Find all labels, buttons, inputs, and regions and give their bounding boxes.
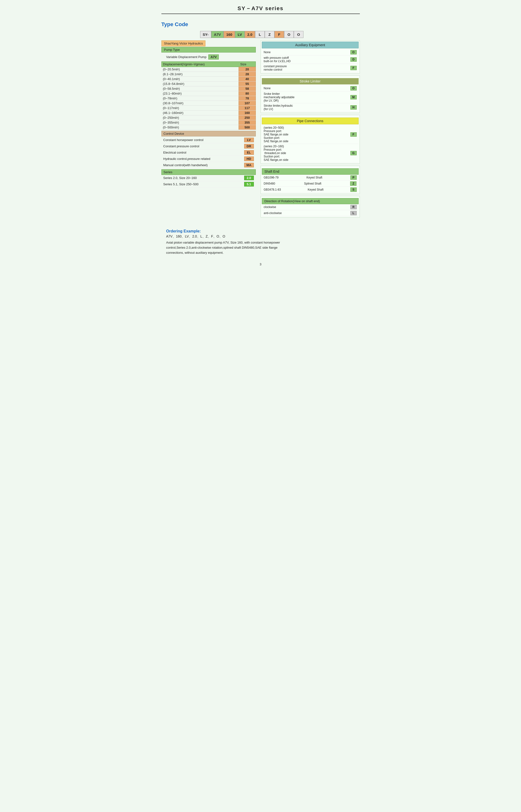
- series-badge-20: 2.0: [244, 176, 254, 180]
- table-row: (0~117ml/r) 117: [161, 106, 255, 111]
- control-label: Constant horsepower control: [163, 138, 204, 142]
- control-badge-hd: HD: [244, 157, 254, 161]
- table-row: (0~78ml/r) 78: [161, 96, 255, 101]
- code-cell-z: Z: [265, 31, 274, 38]
- shayang-box: ShaoYang Victor Hydraulics: [161, 40, 206, 46]
- shaft-col1: GB1096-79: [264, 176, 278, 179]
- table-row: (0~355ml/r) 355: [161, 120, 255, 125]
- pipe-header: Pipe Connections: [262, 118, 359, 124]
- auxiliary-section: Auxiliary Equipment None O with pressure…: [260, 40, 360, 73]
- main-layout: ShaoYang Victor Hydraulics Pump Type Var…: [161, 40, 360, 219]
- table-row: (23.1~80ml/r) 80: [161, 91, 255, 96]
- control-row: Electrical control EL: [161, 149, 256, 156]
- shaft-row: DIN5480 Splined Shaft Z: [262, 181, 359, 187]
- stroke-section: Stroke Limiter None O Sroke limitermecha…: [260, 75, 360, 113]
- shaft-col2: Keyed Shaft: [307, 176, 322, 179]
- shaft-badge-p: P: [350, 176, 357, 180]
- left-column: ShaoYang Victor Hydraulics Pump Type Var…: [161, 40, 256, 219]
- disp-size: 55: [239, 82, 255, 86]
- ordering-section: Ordering Example: A7V、160、LV、2.0、L、Z、F、O…: [161, 229, 360, 255]
- disp-col2-header: Size: [239, 62, 255, 67]
- shaft-col1: DIN5480: [264, 182, 275, 185]
- pump-type-row: Pump Type: [161, 47, 256, 52]
- series-row: Series 5.1, Size 250~500 5.1: [161, 181, 256, 187]
- disp-size: 250: [239, 115, 255, 120]
- aux-badge-d: D: [350, 57, 357, 62]
- series-badge-51: 5.1: [244, 182, 254, 186]
- disp-range: (0~40.1ml/r): [161, 77, 239, 82]
- code-cell-20: 2.0: [245, 31, 255, 38]
- displacement-header: Displacement(Vgmin~Vgmax) Size: [161, 62, 255, 67]
- control-row: Constant pressure control DR: [161, 143, 256, 149]
- pipe-section: Pipe Connections (series 20~500) Pressur…: [260, 115, 360, 164]
- disp-size: 160: [239, 111, 255, 115]
- disp-size: 28: [239, 72, 255, 77]
- stroke-label: Stroke limiter,hydraulic(for LV): [264, 104, 293, 111]
- variable-label: Variable Displacement Pump: [166, 55, 207, 59]
- stroke-row: Stroke limiter,hydraulic(for LV) H: [262, 103, 359, 112]
- aux-row: with pressure cutoffbuilt-on for LV,EL,H…: [262, 55, 359, 64]
- control-label: Manual control(with handwheel): [163, 163, 208, 167]
- shaft-col2: Splined Shaft: [304, 182, 321, 185]
- stroke-label: None: [264, 87, 271, 90]
- dir-label: clockwise: [264, 205, 276, 209]
- shaft-col1: GB3478.1-83: [264, 188, 281, 191]
- pipe-label: (series 20~500) Pressure port: SAE flang…: [264, 126, 289, 143]
- shaft-header: Shaft End: [262, 168, 359, 175]
- pipe-label: (series 20~160) Pressure port: threaded,…: [264, 145, 289, 162]
- stroke-badge-h: H: [350, 105, 357, 110]
- control-badge-dr: DR: [244, 144, 254, 148]
- stroke-badge-o: O: [350, 86, 357, 90]
- series-header: Series: [161, 169, 256, 175]
- control-device-header: Control Device: [161, 131, 256, 136]
- aux-header: Auxiliary Equipment: [262, 42, 359, 48]
- control-row: Manual control(with handwheel) MA: [161, 162, 256, 168]
- a7v-badge: A7V: [208, 54, 219, 60]
- disp-col1-header: Displacement(Vgmin~Vgmax): [161, 62, 239, 67]
- disp-range: (0~78ml/r): [161, 96, 239, 101]
- type-code-heading: Type Code: [161, 21, 360, 28]
- disp-size: 40: [239, 77, 255, 82]
- dir-badge-l: L: [350, 211, 357, 215]
- shaft-row: GB1096-79 Keyed Shaft P: [262, 175, 359, 181]
- code-cell-lv: LV: [235, 31, 245, 38]
- disp-size: 20: [239, 67, 255, 72]
- series-label: Series 5.1, Size 250~500: [163, 182, 199, 186]
- disp-size: 80: [239, 91, 255, 96]
- table-row: (0~20.5ml/r) 20: [161, 67, 255, 72]
- disp-range: (8.1~28.1ml/r): [161, 72, 239, 77]
- aux-row: constant pressureremote control F: [262, 64, 359, 72]
- control-label: Hydraulic control,pressure related: [163, 157, 210, 161]
- shaft-row: GB3478.1-83 Keyed Shaft S: [262, 187, 359, 193]
- disp-range: (46.1~160ml/r): [161, 111, 239, 115]
- table-row: (0~58.5ml/r) 58: [161, 86, 255, 91]
- pipe-badge-f: F: [350, 132, 357, 137]
- stroke-badge-m: M: [350, 95, 357, 99]
- shaft-col2: Keyed Shaft: [308, 188, 323, 191]
- table-row: (8.1~28.1ml/r) 28: [161, 72, 255, 77]
- code-cell-o1: O: [284, 31, 294, 38]
- disp-range: (30.8~107ml/r): [161, 101, 239, 106]
- disp-size: 355: [239, 120, 255, 125]
- dir-header: Direction of Rotation(View on shaft end): [262, 198, 359, 204]
- aux-badge-o: O: [350, 50, 357, 54]
- right-column: Auxiliary Equipment None O with pressure…: [260, 40, 360, 219]
- stroke-header: Stroke Limiter: [262, 78, 359, 85]
- control-label: Constant pressure control: [163, 144, 199, 148]
- ordering-heading: Ordering Example:: [166, 229, 355, 233]
- disp-size: 58: [239, 86, 255, 91]
- aux-label: constant pressureremote control: [264, 65, 287, 71]
- control-badge-ma: MA: [244, 163, 254, 167]
- displacement-table: Displacement(Vgmin~Vgmax) Size (0~20.5ml…: [161, 62, 256, 130]
- dir-badge-r: R: [350, 205, 357, 209]
- dir-row: clockwise R: [262, 204, 359, 210]
- page-title: SY－A7V series: [161, 5, 360, 14]
- disp-size: 117: [239, 106, 255, 111]
- code-cell-l: L: [255, 31, 265, 38]
- pipe-badge-g: G: [350, 151, 357, 155]
- disp-range: (0~355ml/r): [161, 120, 239, 125]
- series-row: Series 2.0, Size 20~160 2.0: [161, 175, 256, 181]
- control-badge-lv: LV: [244, 138, 254, 142]
- ordering-example-line: A7V、160、LV、2.0、L、Z、F、O、O: [166, 234, 355, 239]
- control-row: Hydraulic control,pressure related HD: [161, 156, 256, 162]
